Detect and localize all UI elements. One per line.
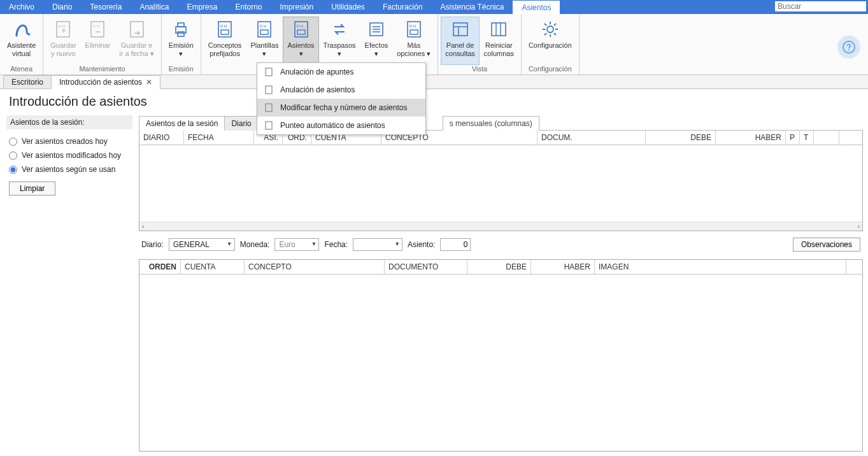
- svg-rect-13: [260, 30, 268, 34]
- observaciones-button[interactable]: Observaciones: [793, 238, 860, 252]
- menu-item-tesorer-a[interactable]: Tesorería: [81, 0, 131, 14]
- search-input[interactable]: [774, 1, 867, 12]
- doc-ref-icon: D H: [291, 19, 311, 39]
- grid2-col-haber[interactable]: HABER: [531, 260, 595, 274]
- ribbon-guardar-button: D HGuardary nuevo: [46, 17, 80, 65]
- grid2-col-concepto[interactable]: CONCEPTO: [245, 260, 385, 274]
- ribbon-emisi-n-button[interactable]: Emisión▾: [164, 17, 198, 65]
- clear-button[interactable]: Limpiar: [9, 182, 55, 196]
- menu-item-punteo-autom-tico-de-asientos[interactable]: Punteo automático de asientos: [257, 117, 425, 134]
- menu-item-asistencia-t-cnica[interactable]: Asistencia Técnica: [432, 0, 513, 14]
- svg-text:D H: D H: [93, 24, 99, 28]
- document-icon: [264, 103, 274, 113]
- grid1-col-fecha[interactable]: FECHA: [184, 131, 254, 145]
- radio-input[interactable]: [9, 166, 17, 174]
- menu-item-anulaci-n-de-apuntes[interactable]: Anulación de apuntes: [257, 63, 425, 81]
- grid1-col-p[interactable]: P: [786, 131, 800, 145]
- gear-icon: [540, 19, 560, 39]
- svg-rect-10: [221, 30, 229, 34]
- sidebar-title: Asientos de la sesión:: [6, 115, 132, 129]
- svg-point-23: [547, 26, 553, 32]
- grid2-col-debe[interactable]: DEBE: [467, 260, 531, 274]
- ribbon-panel-de-button[interactable]: Panel deconsultas: [441, 17, 479, 65]
- radio-input[interactable]: [9, 152, 17, 160]
- asiento-number-input[interactable]: [440, 238, 471, 251]
- svg-rect-26: [266, 104, 272, 111]
- document-icon: [264, 85, 274, 95]
- printer-icon: [171, 19, 191, 39]
- diario-combo[interactable]: GENERAL▼: [169, 238, 235, 251]
- grid1-col-t[interactable]: T: [800, 131, 814, 145]
- ribbon: AsistentevirtualAteneaD HGuardary nuevoD…: [0, 14, 868, 75]
- ribbon-asistente-button[interactable]: Asistentevirtual: [3, 17, 40, 65]
- svg-rect-27: [266, 122, 272, 129]
- ribbon-guardar-e-button: Guardar eir a fecha ▾: [115, 17, 158, 65]
- menu-item-facturaci-n[interactable]: Facturación: [374, 0, 432, 14]
- grid1-col-haber[interactable]: HABER: [716, 131, 786, 145]
- ribbon-configuraci-n-button[interactable]: Configuración: [524, 17, 576, 65]
- document-tabs: EscritorioIntroducción de asientos✕: [0, 75, 868, 89]
- doctab-escritorio[interactable]: Escritorio: [3, 75, 52, 89]
- subtab-asientos-de-la-sesi-n[interactable]: Asientos de la sesión: [139, 116, 225, 131]
- grid2-col-imagen[interactable]: IMAGEN: [595, 260, 846, 274]
- svg-rect-22: [492, 23, 506, 36]
- doc-minus-icon: D H: [87, 19, 108, 39]
- menu-item-entorno[interactable]: Entorno: [226, 0, 271, 14]
- filter-radio-2[interactable]: Ver asientos según se usan: [6, 162, 132, 176]
- subtab-diario[interactable]: Diario: [224, 116, 258, 131]
- ribbon-traspasos-button[interactable]: Traspasos▾: [319, 17, 360, 65]
- menu-item-utilidades[interactable]: Utilidades: [322, 0, 374, 14]
- doc-plus-icon: D H: [53, 19, 73, 39]
- search-box[interactable]: [774, 1, 867, 12]
- menu-item-archivo[interactable]: Archivo: [0, 0, 43, 14]
- ribbon-conceptos-button[interactable]: D HConceptosprefijados: [204, 17, 246, 65]
- session-grid-scrollbar[interactable]: ‹›: [139, 222, 862, 231]
- svg-rect-7: [178, 32, 184, 36]
- filter-radio-0[interactable]: Ver asientos creados hoy: [6, 134, 132, 148]
- menu-item-diario[interactable]: Diario: [43, 0, 81, 14]
- close-icon[interactable]: ✕: [146, 78, 152, 87]
- svg-text:D H: D H: [409, 24, 416, 28]
- entry-lines-grid-body[interactable]: [139, 274, 862, 402]
- main-panel: Asientos de la sesiónDiarios mensuales (…: [139, 115, 868, 455]
- doctab-introducci-n-de-asientos[interactable]: Introducción de asientos✕: [51, 75, 160, 89]
- ribbon-plantillas-button[interactable]: D HPlantillas▾: [246, 17, 283, 65]
- grid2-col-orden[interactable]: ORDEN: [139, 260, 181, 274]
- ribbon-efectos-button[interactable]: Efectos▾: [360, 17, 393, 65]
- moneda-combo[interactable]: Euro▼: [274, 238, 319, 251]
- menu-item-impresi-n[interactable]: Impresión: [271, 0, 322, 14]
- session-sidebar: Asientos de la sesión: Ver asientos crea…: [0, 115, 139, 455]
- menu-item-anal-tica[interactable]: Analítica: [131, 0, 178, 14]
- svg-rect-21: [453, 23, 467, 36]
- menu-item-modificar-fecha-y-n-mero-de-asientos[interactable]: Modificar fecha y número de asientos: [257, 99, 425, 117]
- grid1-col-blank[interactable]: [814, 131, 839, 145]
- doc-ref-icon: D H: [404, 19, 424, 39]
- session-grid-body[interactable]: [139, 145, 862, 222]
- grid1-col-docum-[interactable]: DOCUM.: [537, 131, 646, 145]
- ribbon-m-s-button[interactable]: D HMásopciones ▾: [392, 17, 435, 65]
- svg-text:D H: D H: [260, 24, 266, 28]
- fecha-combo[interactable]: ▼: [353, 238, 402, 251]
- grid2-col-cuenta[interactable]: CUENTA: [181, 260, 245, 274]
- filter-radio-1[interactable]: Ver asientos modificados hoy: [6, 148, 132, 162]
- svg-rect-20: [410, 30, 418, 34]
- grid2-col-documento[interactable]: DOCUMENTO: [385, 260, 467, 274]
- svg-text:D H: D H: [59, 24, 65, 28]
- ribbon-asientos-button[interactable]: D HAsientos▾: [283, 17, 318, 65]
- menu-item-anulaci-n-de-asientos[interactable]: Anulación de asientos: [257, 81, 425, 99]
- ribbon-group-label: Mantenimiento: [46, 65, 158, 75]
- svg-text:D H: D H: [297, 24, 303, 28]
- grid1-col-debe[interactable]: DEBE: [646, 131, 716, 145]
- subtab-s-mensuales-columnas-[interactable]: s mensuales (columnas): [443, 116, 539, 131]
- grid1-col-diario[interactable]: DIARIO: [139, 131, 184, 145]
- menu-item-empresa[interactable]: Empresa: [178, 0, 226, 14]
- ribbon-reiniciar-button[interactable]: Reiniciarcolumnas: [480, 17, 518, 65]
- ribbon-group-label: Emisión: [164, 65, 198, 75]
- diario-label: Diario:: [141, 240, 164, 249]
- entry-lines-grid: ORDENCUENTACONCEPTODOCUMENTODEBEHABERIMA…: [139, 259, 863, 452]
- help-icon[interactable]: [837, 36, 860, 59]
- panel-icon: [450, 19, 471, 39]
- menu-item-asientos[interactable]: Asientos: [513, 0, 560, 14]
- radio-input[interactable]: [9, 138, 17, 146]
- svg-rect-6: [178, 23, 184, 27]
